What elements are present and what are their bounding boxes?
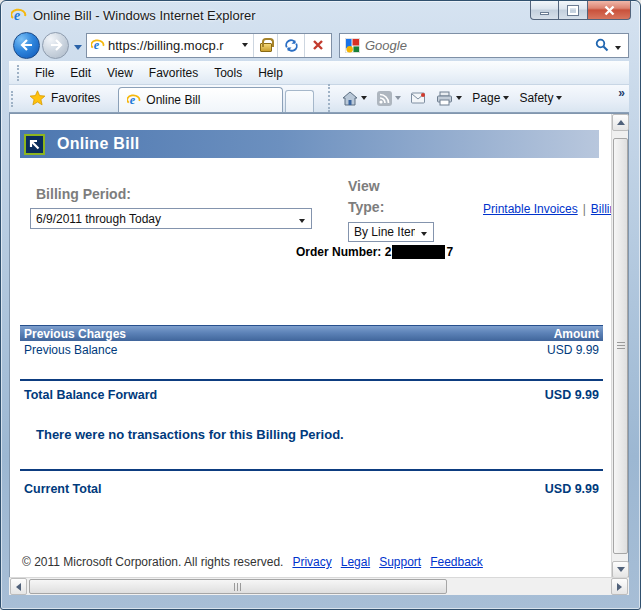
scroll-left-button[interactable]: [10, 578, 27, 595]
thumb-grip: [234, 583, 242, 591]
arrow-right-icon: [617, 583, 622, 591]
menu-file[interactable]: File: [27, 63, 62, 83]
chevron-down-icon[interactable]: [293, 212, 311, 226]
menu-view[interactable]: View: [99, 63, 141, 83]
support-link[interactable]: Support: [379, 555, 421, 569]
search-options-dropdown[interactable]: [615, 36, 621, 54]
row-amount: USD 9.99: [547, 343, 599, 357]
forward-button[interactable]: [42, 32, 69, 59]
page-footer: © 2011 Microsoft Corporation. All rights…: [22, 555, 603, 569]
ie-logo-icon: e: [11, 7, 27, 23]
view-type-select[interactable]: By Line Item: [348, 222, 434, 242]
billing-period-select[interactable]: 6/9/2011 through Today: [30, 208, 312, 229]
toolbar-grip: [11, 91, 15, 107]
redaction-box: [392, 245, 445, 259]
privacy-link[interactable]: Privacy: [292, 555, 331, 569]
menu-tools[interactable]: Tools: [206, 63, 250, 83]
vertical-scroll-thumb[interactable]: [613, 138, 628, 554]
legal-link[interactable]: Legal: [341, 555, 370, 569]
page-menu-button[interactable]: Page: [468, 88, 513, 108]
scroll-down-button[interactable]: [612, 561, 629, 578]
table-row: Previous Balance USD 9.99: [20, 343, 603, 357]
page-title: Online Bill: [57, 135, 139, 153]
scroll-up-button[interactable]: [612, 114, 629, 131]
link-separator: |: [583, 202, 586, 216]
horizontal-scrollbar[interactable]: [9, 577, 629, 595]
browser-viewport: Online Bill Billing Period: 6/9/2011 thr…: [9, 113, 629, 579]
home-icon: [342, 91, 358, 106]
top-links: Printable Invoices|Billing: [483, 202, 611, 216]
column-previous-charges: Previous Charges: [24, 327, 126, 341]
favorites-bar: Favorites e Online Bill: [9, 85, 629, 113]
printable-invoices-link[interactable]: Printable Invoices: [483, 202, 578, 216]
safety-menu-button[interactable]: Safety: [515, 88, 566, 108]
security-lock-button[interactable]: [253, 34, 277, 57]
order-number-label: Order Number:: [296, 245, 381, 259]
window-title: Online Bill - Windows Internet Explorer: [33, 8, 256, 23]
printer-icon: [436, 91, 453, 106]
vertical-scrollbar[interactable]: [611, 114, 628, 578]
command-bar: Page Safety: [328, 84, 566, 112]
horizontal-scroll-thumb[interactable]: [29, 579, 447, 594]
address-dropdown[interactable]: [237, 34, 253, 57]
billing-period-value: 6/9/2011 through Today: [31, 212, 293, 226]
svg-text:e: e: [14, 8, 20, 23]
current-total-amount: USD 9.99: [545, 482, 599, 496]
favorites-button[interactable]: Favorites: [23, 86, 110, 110]
tab-online-bill[interactable]: e Online Bill: [118, 87, 283, 112]
safety-menu-label: Safety: [519, 91, 553, 105]
refresh-icon: [284, 38, 299, 53]
arrow-left-icon: [16, 583, 21, 591]
refresh-button[interactable]: [277, 34, 304, 57]
new-tab-button[interactable]: [285, 90, 314, 112]
menu-edit[interactable]: Edit: [62, 63, 99, 83]
section-divider: [20, 379, 603, 381]
svg-text:e: e: [130, 93, 136, 107]
feeds-button[interactable]: [373, 88, 405, 109]
row-description: Previous Balance: [24, 343, 117, 357]
feedback-link[interactable]: Feedback: [430, 555, 483, 569]
section-divider: [20, 469, 603, 471]
svg-text:e: e: [94, 38, 100, 52]
address-bar[interactable]: e https://billing.mocp.r: [86, 33, 332, 58]
recent-pages-dropdown[interactable]: [74, 36, 82, 54]
column-amount: Amount: [554, 327, 599, 341]
menu-favorites[interactable]: Favorites: [141, 63, 206, 83]
chevron-down-icon[interactable]: [415, 225, 433, 239]
stop-icon: [312, 39, 324, 51]
search-magnifier-icon[interactable]: [595, 38, 609, 52]
page-header-bar: Online Bill: [20, 130, 599, 158]
menu-help[interactable]: Help: [250, 63, 291, 83]
favorites-label: Favorites: [51, 91, 100, 105]
billing-period-label: Billing Period:: [36, 186, 131, 202]
url-text[interactable]: https://billing.mocp.r: [105, 38, 237, 53]
page-content: Online Bill Billing Period: 6/9/2011 thr…: [10, 114, 611, 578]
minimize-icon: [540, 12, 549, 15]
toolbar-overflow-chevron[interactable]: »: [618, 85, 625, 100]
scroll-right-button[interactable]: [611, 578, 628, 595]
toolbar-grip: [17, 65, 21, 81]
billing-link[interactable]: Billing: [591, 202, 611, 216]
stop-button[interactable]: [304, 34, 331, 57]
home-button[interactable]: [338, 88, 371, 109]
arrow-down-icon: [617, 567, 625, 572]
star-icon: [29, 90, 46, 106]
window-controls: [530, 1, 631, 20]
tab-title: Online Bill: [146, 93, 200, 107]
search-input[interactable]: [365, 38, 595, 53]
minimize-button[interactable]: [530, 1, 559, 20]
read-mail-button[interactable]: [407, 89, 430, 107]
page-favicon-icon: e: [91, 38, 105, 52]
print-button[interactable]: [432, 88, 466, 109]
mail-icon: [411, 92, 426, 104]
forward-arrow-icon: [49, 39, 63, 51]
restore-button[interactable]: [559, 1, 588, 20]
lock-icon: [260, 43, 272, 52]
brand-logo-icon: [24, 134, 45, 155]
search-box[interactable]: [339, 33, 629, 58]
copyright-text: © 2011 Microsoft Corporation. All rights…: [22, 555, 283, 569]
close-button[interactable]: [588, 1, 631, 20]
current-total-row: Current Total USD 9.99: [20, 482, 603, 496]
close-icon: [604, 5, 615, 16]
back-button[interactable]: [13, 32, 40, 59]
